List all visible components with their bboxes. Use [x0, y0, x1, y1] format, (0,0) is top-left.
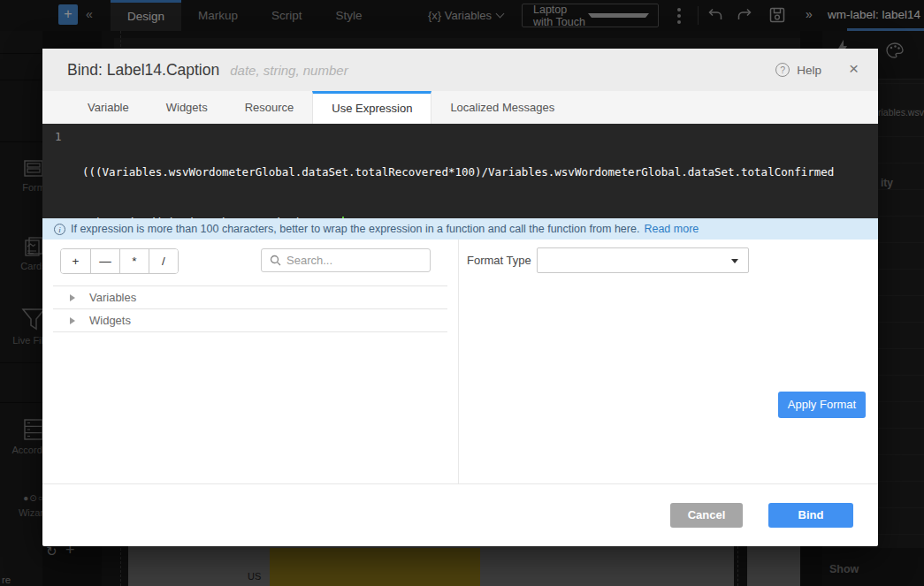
expression-code[interactable]: (((Variables.wsvWordometerGlobal.dataSet…	[82, 130, 873, 264]
help-button[interactable]: ? Help	[775, 49, 821, 91]
dialog-title: Bind: Label14.Caption	[67, 61, 219, 80]
cancel-button[interactable]: Cancel	[670, 503, 743, 528]
tree-item-variables[interactable]: Variables	[53, 286, 447, 309]
tab-resource[interactable]: Resource	[226, 91, 313, 124]
dialog-subtitle: date, string, number	[230, 63, 347, 78]
tab-variable[interactable]: Variable	[69, 91, 148, 124]
apply-format-button[interactable]: Apply Format	[778, 392, 866, 418]
line-number: 1	[55, 130, 62, 143]
info-icon: i	[54, 224, 65, 235]
operator-minus-button[interactable]: —	[90, 249, 119, 273]
info-text: If expression is more than 100 character…	[71, 223, 639, 235]
help-label: Help	[797, 64, 821, 77]
expand-triangle-icon	[70, 317, 75, 324]
operator-buttons: + — * /	[60, 248, 179, 274]
app-window: + « Design Markup Script Style {x} Varia…	[0, 0, 924, 586]
tree-item-widgets[interactable]: Widgets	[53, 309, 447, 332]
tree-item-label: Widgets	[89, 314, 131, 327]
tab-use-expression[interactable]: Use Expression	[312, 91, 431, 124]
footer-divider	[42, 483, 878, 484]
expand-triangle-icon	[70, 294, 75, 301]
format-type-label: Format Type	[467, 254, 531, 267]
format-type-select[interactable]	[537, 247, 749, 273]
binding-source-tree: Variables Widgets	[53, 285, 447, 332]
tab-widgets[interactable]: Widgets	[148, 91, 226, 124]
search-icon	[270, 255, 281, 266]
operator-multiply-button[interactable]: *	[119, 249, 149, 273]
close-icon[interactable]: ×	[849, 59, 859, 79]
search-input[interactable]	[286, 254, 419, 267]
expression-editor[interactable]: 1 (((Variables.wsvWordometerGlobal.dataS…	[42, 124, 878, 218]
tree-item-label: Variables	[89, 291, 136, 304]
read-more-link[interactable]: Read more	[644, 223, 699, 235]
dialog-tabs: Variable Widgets Resource Use Expression…	[42, 91, 878, 124]
code-line-1: (((Variables.wsvWordometerGlobal.dataSet…	[82, 165, 834, 179]
operator-plus-button[interactable]: +	[61, 249, 90, 273]
dialog-header: Bind: Label14.Caption date, string, numb…	[42, 49, 878, 91]
tab-localized-messages[interactable]: Localized Messages	[431, 91, 573, 124]
caret-down-icon	[731, 259, 738, 263]
bind-dialog: Bind: Label14.Caption date, string, numb…	[42, 49, 878, 546]
search-box	[261, 248, 431, 272]
expression-info-bar: i If expression is more than 100 charact…	[42, 218, 878, 240]
help-icon: ?	[775, 63, 790, 77]
operator-divide-button[interactable]: /	[149, 249, 178, 273]
editor-gutter: 1	[42, 124, 78, 218]
content-divider	[458, 240, 459, 483]
bind-button[interactable]: Bind	[768, 503, 853, 528]
